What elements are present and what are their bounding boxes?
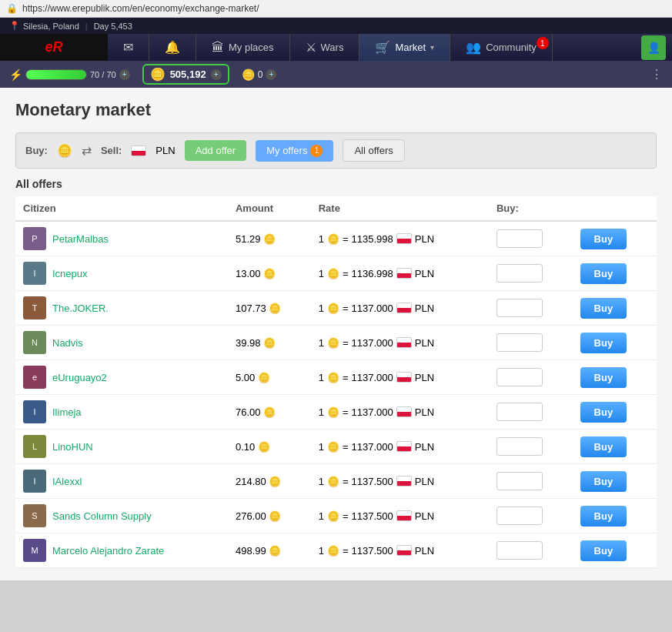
gold-plus-button[interactable]: +	[211, 69, 222, 80]
col-buy: Buy:	[489, 196, 573, 221]
avatar[interactable]: 👤	[641, 35, 666, 60]
buy-input-cell-4	[489, 360, 573, 395]
buy-quantity-input[interactable]	[496, 299, 543, 317]
buy-input-cell-3	[489, 326, 573, 360]
buy-label: Buy:	[25, 145, 48, 156]
nav-item-community[interactable]: 👥 Community 1	[450, 34, 553, 61]
buy-button[interactable]: Buy	[580, 402, 627, 423]
amount-cell-2: 107.73 🪙	[228, 291, 311, 326]
rate-cell-7: 1 🪙 = 1137.500 PLN	[311, 464, 489, 499]
col-citizen: Citizen	[15, 196, 228, 221]
buy-quantity-input[interactable]	[496, 437, 543, 456]
buy-input-cell-8	[489, 499, 573, 533]
citizen-name[interactable]: LinoHUN	[52, 441, 93, 453]
buy-quantity-input[interactable]	[496, 541, 543, 560]
buy-button[interactable]: Buy	[580, 471, 627, 492]
avatar-thumb: I	[23, 400, 46, 423]
flag-poland-rate	[396, 337, 412, 348]
rate-cell-8: 1 🪙 = 1137.500 PLN	[311, 499, 489, 533]
flag-poland-rate	[396, 545, 412, 556]
buy-currency-icon: 🪙	[57, 143, 72, 158]
amount-cell-9: 498.99 🪙	[228, 533, 311, 568]
gold-icon-rate: 🪙	[327, 510, 339, 522]
table-row: P PetarMalbas 51.29 🪙 1 🪙 = 1135.998 PLN…	[15, 221, 657, 256]
buy-button[interactable]: Buy	[580, 229, 627, 249]
nav-item-myplaces[interactable]: 🏛 My places	[196, 34, 290, 61]
gold-coin-icon: 🪙	[150, 67, 165, 82]
building-icon: 🏛	[212, 41, 224, 55]
energy-resource: ⚡ 70 / 70 +	[9, 69, 130, 81]
buy-button[interactable]: Buy	[580, 333, 627, 353]
mail-icon: ✉	[123, 40, 133, 55]
buy-quantity-input[interactable]	[496, 368, 543, 386]
amount-cell-6: 0.10 🪙	[228, 430, 311, 464]
avatar-thumb: L	[23, 435, 46, 458]
energy-plus-button[interactable]: +	[119, 69, 130, 80]
all-offers-button[interactable]: All offers	[343, 139, 404, 162]
avatar-thumb: N	[23, 331, 46, 354]
buy-input-cell-9	[489, 533, 573, 568]
citizen-name[interactable]: PetarMalbas	[52, 233, 109, 245]
market-icon: 🛒	[375, 40, 390, 55]
nav-item-wars[interactable]: ⚔ Wars	[290, 34, 360, 61]
buy-button[interactable]: Buy	[580, 263, 627, 284]
my-offers-badge: 1	[310, 145, 323, 157]
buy-quantity-input[interactable]	[496, 333, 543, 352]
buy-input-cell-1	[489, 256, 573, 291]
buy-quantity-input[interactable]	[496, 229, 543, 248]
citizen-name[interactable]: Marcelo Alejandro Zarate	[52, 545, 164, 557]
currency-plus-button[interactable]: +	[266, 69, 276, 80]
buy-button[interactable]: Buy	[580, 540, 627, 561]
avatar-thumb: I	[23, 262, 46, 285]
buy-input-cell-7	[489, 464, 573, 499]
rate-cell-5: 1 🪙 = 1137.000 PLN	[311, 395, 489, 430]
buy-quantity-input[interactable]	[496, 403, 543, 421]
citizen-name[interactable]: Sands Column Supply	[52, 510, 152, 522]
buy-button[interactable]: Buy	[580, 298, 627, 319]
gold-icon-amount: 🪙	[263, 337, 276, 349]
buy-button-cell-1: Buy	[573, 256, 657, 291]
separator: |	[85, 22, 88, 31]
buy-quantity-input[interactable]	[496, 264, 543, 283]
add-offer-button[interactable]: Add offer	[185, 140, 247, 161]
buy-button-cell-3: Buy	[573, 326, 657, 360]
community-label: Community	[486, 42, 537, 53]
gold-icon-amount: 🪙	[263, 406, 276, 418]
exchange-arrow-icon: ⇄	[82, 143, 92, 158]
citizen-name[interactable]: Nadvis	[52, 337, 83, 349]
avatar-thumb: I	[23, 470, 46, 493]
day-text: Day 5,453	[94, 22, 132, 31]
nav-item-market[interactable]: 🛒 Market ▾	[359, 34, 450, 61]
buy-quantity-input[interactable]	[496, 507, 543, 525]
community-icon: 👥	[466, 40, 481, 55]
buy-input-cell-2	[489, 291, 573, 326]
amount-cell-8: 276.00 🪙	[228, 499, 311, 533]
buy-button[interactable]: Buy	[580, 436, 627, 457]
amount-cell-5: 76.00 🪙	[228, 395, 311, 430]
col-action	[573, 196, 657, 221]
amount-cell-3: 39.98 🪙	[228, 326, 311, 360]
currency-icon: 🪙	[242, 69, 255, 81]
citizen-name[interactable]: Ilimeja	[52, 406, 82, 418]
gold-icon-amount: 🪙	[263, 268, 276, 279]
gold-icon-rate: 🪙	[327, 337, 339, 349]
browser-url: https://www.erepublik.com/en/economy/exc…	[22, 3, 259, 14]
citizen-name[interactable]: IAlexxl	[52, 476, 82, 487]
gold-resource-box: 🪙 505,192 +	[142, 64, 229, 85]
sword-icon: ⚔	[306, 40, 316, 55]
citizen-name[interactable]: The.JOKER.	[52, 303, 109, 314]
buy-button[interactable]: Buy	[580, 506, 627, 527]
citizen-name[interactable]: eUruguayo2	[52, 372, 107, 383]
flag-poland-rate	[396, 372, 412, 383]
buy-button-cell-8: Buy	[573, 499, 657, 533]
buy-button[interactable]: Buy	[580, 367, 627, 388]
my-offers-button[interactable]: My offers 1	[256, 140, 333, 162]
gold-icon-rate: 🪙	[327, 268, 339, 279]
pin-icon: 📍	[9, 21, 20, 31]
buy-quantity-input[interactable]	[496, 472, 543, 490]
nav-item-mail[interactable]: ✉	[108, 34, 149, 61]
buy-button-cell-7: Buy	[573, 464, 657, 499]
nav-item-notifications[interactable]: 🔔	[149, 34, 196, 61]
citizen-name[interactable]: Icnepux	[52, 268, 88, 279]
more-options-button[interactable]: ⋮	[650, 67, 663, 82]
